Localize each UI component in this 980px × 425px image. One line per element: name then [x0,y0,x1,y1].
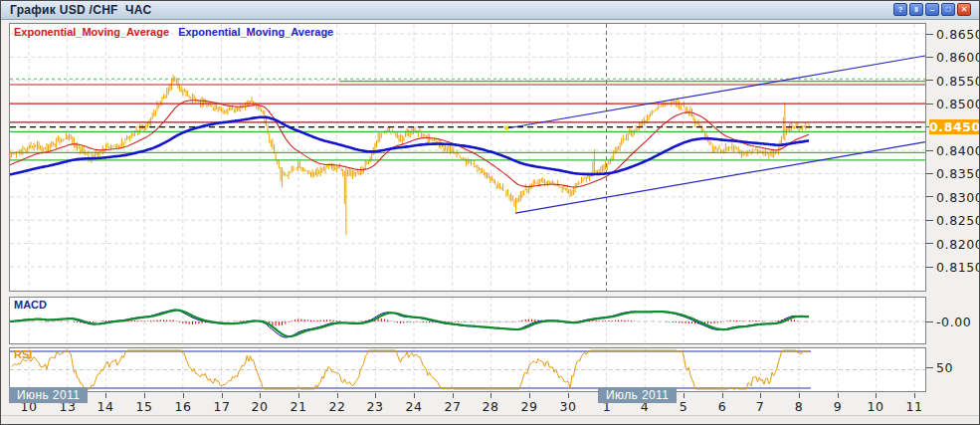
price-tick-mark [926,196,933,197]
time-tick-label: 22 [328,399,345,414]
price-tick-mark [926,34,933,35]
time-tick-mark [144,393,145,398]
time-tick-label: 21 [290,399,306,414]
time-tick-label: 5 [680,399,688,414]
ema-fast-legend: Exponential_Moving_Average [14,26,169,38]
rsi-label: RSI [14,348,32,360]
time-tick-label: 8 [795,399,804,414]
time-tick-mark [414,393,415,398]
price-tick-label: 0.8150 [936,260,980,275]
window-buttons: ? ‖ – □ ✕ [893,3,971,16]
time-tick-label: 15 [135,399,152,414]
time-tick-label: 27 [444,399,461,414]
price-tick-mark [926,173,933,174]
macd-axis-value: -0.00 [936,315,971,329]
macd-canvas[interactable] [9,297,926,344]
window-title: График USD /CHF ЧАС [10,3,151,17]
time-tick-mark [722,393,723,398]
price-tick-mark [926,220,933,221]
time-tick-mark [799,393,800,398]
time-tick-label: 9 [834,399,843,414]
price-tick-label: 0.8550 [936,74,980,89]
time-tick-mark [568,393,569,398]
pause-icon: ‖ [914,6,918,14]
minimize-icon: – [930,6,934,14]
macd-label: MACD [14,299,47,311]
time-tick-label: 7 [756,399,765,414]
price-tick-mark [926,80,933,81]
minimize-button[interactable]: – [925,3,939,16]
time-tick-mark [222,393,223,398]
month-label-june: Июнь 2011 [9,387,88,403]
time-tick-label: 23 [366,399,383,414]
pause-button[interactable]: ‖ [909,3,923,16]
close-button[interactable]: ✕ [957,3,971,16]
price-tick-label: 0.8400 [936,143,980,158]
price-tick-label: 0.8200 [936,237,980,252]
time-tick-mark [876,393,877,398]
main-chart-canvas[interactable] [9,23,926,292]
price-tick-mark [926,150,933,151]
time-tick-label: 20 [251,399,268,414]
price-tick-mark [926,243,933,244]
time-tick-mark [375,393,376,398]
time-tick-mark [260,393,261,398]
time-tick-mark [453,393,454,398]
time-tick-mark [183,393,184,398]
time-tick-mark [760,393,761,398]
price-tick-label: 0.8600 [936,50,980,65]
time-tick-label: 10 [867,399,883,414]
time-tick-mark [529,393,530,398]
time-tick-mark [337,393,338,398]
price-tick-label: 0.8650 [936,27,980,42]
maximize-icon: □ [946,6,951,14]
time-tick-label: 14 [97,399,113,414]
maximize-button[interactable]: □ [941,3,955,16]
price-tick-label: 0.8500 [936,97,980,111]
ema-slow-legend: Exponential_Moving_Average [178,26,333,38]
time-tick-label: 29 [520,399,537,414]
current-price-badge: 0.8450 [929,119,980,134]
ema-legend: Exponential_Moving_Average Exponential_M… [14,26,333,38]
close-icon: ✕ [961,6,968,14]
price-tick-label: 0.8250 [936,213,980,228]
rsi-canvas[interactable] [9,347,926,392]
title-bar[interactable]: График USD /CHF ЧАС ? ‖ – □ ✕ [1,1,979,20]
help-icon: ? [898,6,903,14]
time-tick-mark [838,393,839,398]
time-tick-label: 24 [405,399,422,414]
indicator-tick-mark [926,321,933,322]
time-tick-label: 11 [905,399,922,414]
price-tick-mark [926,104,933,105]
time-tick-label: 17 [213,399,230,414]
bottom-scroll-strip[interactable] [1,415,979,425]
time-tick-mark [684,393,685,398]
time-tick-label: 16 [174,399,191,414]
price-tick-label: 0.8350 [936,166,980,181]
time-tick-label: 28 [482,399,498,414]
indicator-tick-mark [926,367,933,368]
time-tick-mark [105,393,106,398]
time-tick-mark [298,393,299,398]
price-tick-mark [926,57,933,58]
time-tick-label: 30 [559,399,576,414]
time-tick-label: 6 [718,399,727,414]
help-button[interactable]: ? [893,3,907,16]
price-tick-mark [926,267,933,268]
time-tick-mark [490,393,491,398]
price-tick-label: 0.8300 [936,190,980,205]
month-label-july: Июль 2011 [598,387,677,403]
rsi-axis-value: 50 [936,360,953,375]
time-tick-mark [914,393,915,398]
chart-window: График USD /CHF ЧАС ? ‖ – □ ✕ Exponentia… [0,0,980,425]
